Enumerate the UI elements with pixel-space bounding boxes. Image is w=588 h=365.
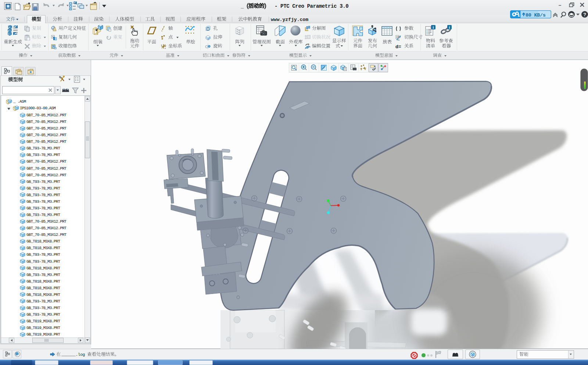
svg-text:d=: d= (395, 44, 401, 49)
svg-text:i: i (433, 25, 434, 29)
svg-text:x: x (165, 45, 166, 47)
svg-text:z: z (307, 46, 308, 48)
svg-text:?: ? (583, 12, 586, 17)
svg-text:x: x (309, 46, 311, 48)
svg-text:i: i (449, 25, 450, 29)
svg-text:z: z (165, 47, 166, 49)
svg-text:y: y (308, 45, 309, 47)
svg-text:y: y (161, 44, 162, 46)
